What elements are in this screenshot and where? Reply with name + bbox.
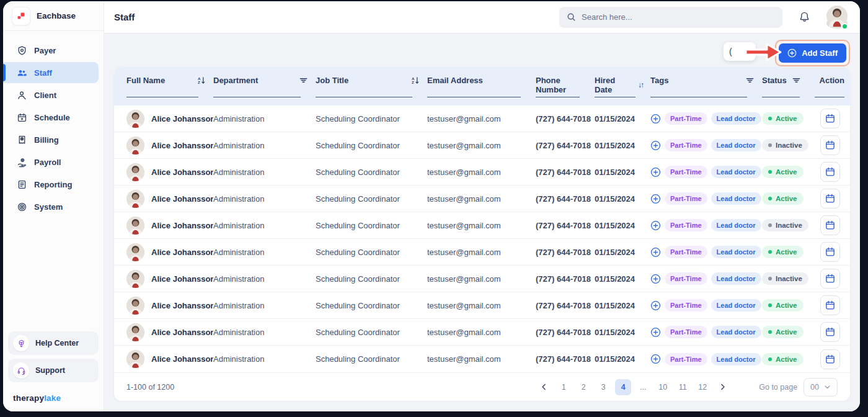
sidebar-item-client[interactable]: Client [3,84,99,105]
tag-pill: Part-Time [665,246,707,258]
cell-tags: Part-TimeLead doctor+4 [650,112,762,125]
cell-hired-date: 01/15/2024 [595,354,650,364]
sidebar-help-center[interactable]: Help Center [8,331,99,355]
table-row[interactable]: Alice JohanssonAdministrationScheduling … [114,159,850,186]
column-label: Full Name [126,76,165,85]
filter-icon[interactable] [299,76,308,85]
add-tag-icon[interactable] [650,354,661,364]
cell-email: testuser@gmail.com [427,328,536,337]
schedule-action-button[interactable] [820,215,840,235]
table-row[interactable]: Alice JohanssonAdministrationScheduling … [114,212,850,239]
sidebar-item-billing[interactable]: Billing [3,129,99,150]
search-input[interactable] [582,12,775,22]
prev-page-chevron-icon[interactable] [536,379,552,395]
column-header-top: Department [213,76,308,85]
page-button-11[interactable]: 11 [675,379,691,395]
add-tag-icon[interactable] [650,194,661,204]
page-button-2[interactable]: 2 [575,379,591,395]
staff-name: Alice Johansson [151,114,213,123]
sidebar-nav: PayerStaffClientScheduleBillingPayrollRe… [3,31,104,217]
status-label: Active [776,195,797,202]
user-avatar[interactable] [826,6,848,29]
schedule-action-button[interactable] [820,322,840,342]
add-staff-label: Add Staff [802,48,838,58]
report-icon [17,179,27,190]
schedule-action-button[interactable] [820,269,840,289]
status-badge: Active [762,299,804,312]
sort-az-icon[interactable]: AZ [197,76,206,85]
sidebar-item-payroll[interactable]: Payroll [3,151,99,173]
sidebar-item-label: Payroll [34,158,61,167]
add-tag-icon[interactable] [650,247,661,258]
row-avatar [126,323,144,341]
schedule-action-button[interactable] [820,189,840,208]
table-row[interactable]: Alice JohanssonAdministrationScheduling … [114,292,850,319]
page-button-3[interactable]: 3 [595,379,611,395]
schedule-action-button[interactable] [820,109,840,128]
receipt-icon [17,135,27,145]
add-staff-button[interactable]: Add Staff [779,43,846,63]
filter-icon[interactable] [745,76,755,85]
cell-hired-date: 01/15/2024 [595,141,650,150]
page-button-12[interactable]: 12 [694,379,711,395]
table-row[interactable]: Alice JohanssonAdministrationScheduling … [114,105,850,132]
add-tag-icon[interactable] [650,114,661,124]
add-tag-icon[interactable] [650,300,661,311]
sidebar-support[interactable]: Support [8,359,99,382]
goto-page-group: Go to page 00 [759,378,838,397]
filter-icon[interactable] [792,76,801,85]
cell-full-name: Alice Johansson [114,350,213,368]
next-page-chevron-icon[interactable] [714,379,730,395]
add-tag-icon[interactable] [650,274,661,284]
cell-hired-date: 01/15/2024 [595,168,650,177]
column-underline [650,97,747,97]
page-button-4[interactable]: 4 [615,379,631,395]
status-dot [768,143,772,147]
table-row[interactable]: Alice JohanssonAdministrationScheduling … [114,132,850,159]
cell-phone: (727) 644-7018 [536,114,595,123]
tag-pill: Part-Time [665,326,707,338]
sort-updown-icon[interactable]: ↓↑ [638,81,643,89]
cell-phone: (727) 644-7018 [536,168,595,177]
schedule-action-button[interactable] [820,295,840,315]
people-icon [17,68,27,78]
cell-email: testuser@gmail.com [427,114,536,123]
sidebar-item-schedule[interactable]: Schedule [3,107,99,128]
sort-az-icon[interactable]: AZ [410,76,420,85]
column-underline [213,97,301,97]
table-row[interactable]: Alice JohanssonAdministrationScheduling … [114,346,850,372]
table-row[interactable]: Alice JohanssonAdministrationScheduling … [114,186,850,212]
sidebar-item-reporting[interactable]: Reporting [3,174,99,195]
tag-pill: Lead doctor [711,353,761,365]
page-button-1[interactable]: 1 [556,379,572,395]
page-button-10[interactable]: 10 [655,379,671,395]
cell-department: Administration [213,168,316,177]
sidebar-bottom: Help CenterSupport therapylake [3,331,104,411]
table-row[interactable]: Alice JohanssonAdministrationScheduling … [114,319,850,346]
table-row[interactable]: Alice JohanssonAdministrationScheduling … [114,266,850,292]
sidebar-item-payer[interactable]: Payer [3,40,99,61]
column-header-phone-number: Phone Number [536,67,595,105]
schedule-action-button[interactable] [820,349,840,369]
topbar: Staff [104,1,860,34]
schedule-action-button[interactable] [820,135,840,155]
schedule-action-button[interactable] [820,242,840,262]
column-label: Tags [650,76,668,85]
cell-job-title: Scheduling Coordinator [316,248,427,257]
goto-page-select[interactable]: 00 [804,378,838,397]
search-box[interactable] [559,7,782,28]
add-tag-icon[interactable] [650,140,661,151]
calendar-action-icon [825,300,836,311]
online-status-dot [841,23,848,30]
add-tag-icon[interactable] [650,327,661,338]
page-title: Staff [114,12,135,22]
schedule-action-button[interactable] [820,162,840,182]
goto-page-label: Go to page [759,383,797,392]
add-tag-icon[interactable] [650,220,661,231]
sidebar-item-staff[interactable]: Staff [3,62,99,83]
cell-phone: (727) 644-7018 [536,141,595,150]
add-tag-icon[interactable] [650,167,661,177]
sidebar-item-system[interactable]: System [3,196,99,217]
table-row[interactable]: Alice JohanssonAdministrationScheduling … [114,239,850,266]
notification-bell-icon[interactable] [799,11,810,23]
